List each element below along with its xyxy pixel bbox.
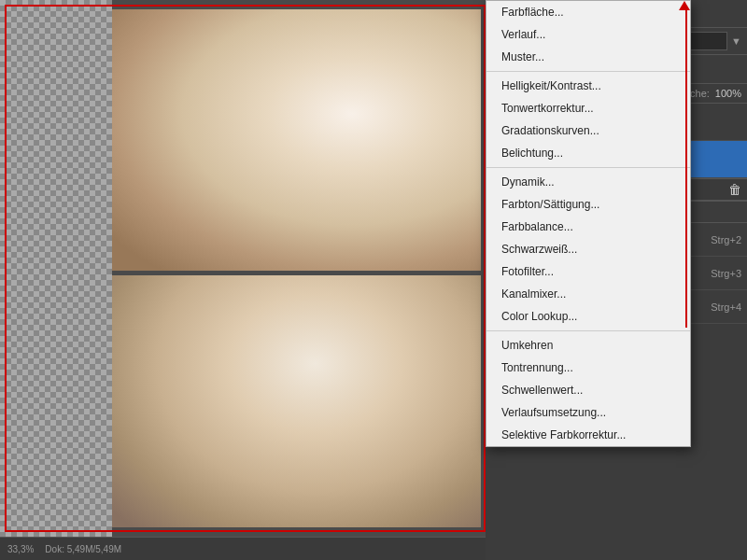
doc-info: Dok: 5,49M/5,49M: [45, 544, 121, 554]
delete-icon[interactable]: 🗑: [728, 182, 741, 197]
menu-item-tonwert[interactable]: Tonwertkorrektur...: [486, 97, 690, 119]
channel-shortcut: Strg+3: [711, 268, 741, 279]
transparency-checker: [0, 0, 112, 560]
filter-icon: ▼: [731, 35, 741, 47]
menu-item-fotofilter[interactable]: Fotofilter...: [486, 260, 690, 283]
menu-item-helligkeit[interactable]: Helligkeit/Kontrast...: [486, 75, 690, 97]
channel-shortcut: Strg+2: [711, 234, 741, 245]
menu-item-colorlookup[interactable]: Color Lookup...: [486, 305, 690, 328]
menu-item-dynamik[interactable]: Dynamik...: [486, 171, 690, 193]
channel-shortcut: Strg+4: [711, 301, 741, 313]
menu-item-farbflaeche[interactable]: Farbfläche...: [486, 1, 690, 23]
right-panel: Ebenen 🔍 ▼ Normal Deckkraft: 100% Fixier…: [486, 0, 747, 560]
fill-value: 100%: [715, 88, 741, 99]
photo-top: [112, 9, 481, 271]
menu-item-schwellenwert[interactable]: Schwellenwert...: [486, 379, 690, 401]
menu-item-verlaufsumsetzung[interactable]: Verlaufsumsetzung...: [486, 401, 690, 424]
menu-item-verlauf[interactable]: Verlauf...: [486, 23, 690, 46]
menu-separator: [486, 167, 690, 168]
menu-item-selektive[interactable]: Selektive Farbkorrektur...: [486, 424, 690, 446]
menu-item-schwarzweiss[interactable]: Schwarzweiß...: [486, 238, 690, 260]
photo-bottom: [112, 275, 481, 527]
menu-item-muster[interactable]: Muster...: [486, 46, 690, 68]
menu-item-kanalmixer[interactable]: Kanalmixer...: [486, 283, 690, 305]
dropdown-menu: Farbfläche... Verlauf... Muster... Helli…: [486, 0, 691, 447]
canvas-area: 33,3% Dok: 5,49M/5,49M: [0, 0, 486, 560]
menu-item-tontrennung[interactable]: Tontrennung...: [486, 357, 690, 379]
menu-item-farbton[interactable]: Farbton/Sättigung...: [486, 193, 690, 216]
menu-separator: [486, 330, 690, 331]
status-bar: 33,3% Dok: 5,49M/5,49M: [0, 537, 486, 560]
red-arrow: [679, 1, 692, 328]
zoom-level: 33,3%: [7, 544, 34, 554]
menu-separator: [486, 71, 690, 72]
menu-item-umkehren[interactable]: Umkehren: [486, 334, 690, 357]
menu-item-gradation[interactable]: Gradationskurven...: [486, 119, 690, 142]
menu-item-belichtung[interactable]: Belichtung...: [486, 142, 690, 164]
menu-item-farbbalance[interactable]: Farbbalance...: [486, 216, 690, 238]
